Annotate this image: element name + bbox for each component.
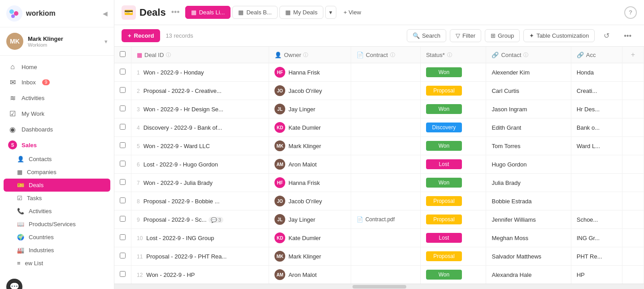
row-checkbox[interactable] xyxy=(120,161,126,166)
table-row[interactable]: 1Won - 2022-9 - HondayHFHanna FriskWonAl… xyxy=(114,63,644,82)
account-cell[interactable]: Schoe... xyxy=(571,210,622,229)
contract-info-icon[interactable]: ⓘ xyxy=(390,52,395,58)
table-row[interactable]: 12Won - 2022-9 - HPAMAron MalotWonAlexan… xyxy=(114,266,644,284)
th-add-col[interactable]: + xyxy=(622,47,644,63)
deal-id-cell[interactable]: 4Discovery - 2022-9 - Bank of... xyxy=(131,118,269,137)
contact-info-icon[interactable]: ⓘ xyxy=(523,52,528,58)
deal-id-info-icon[interactable]: ⓘ xyxy=(166,52,171,58)
account-cell[interactable]: Ward L... xyxy=(571,137,622,155)
contract-cell[interactable] xyxy=(351,266,420,284)
deal-id-cell[interactable]: 3Won - 2022-9 - Hr Design Se... xyxy=(131,100,269,118)
sidebar-item-countries[interactable]: 🌍 Countries xyxy=(0,231,114,244)
row-checkbox[interactable] xyxy=(120,179,126,185)
deal-id-cell[interactable]: 1Won - 2022-9 - Honday xyxy=(131,63,269,82)
owner-cell[interactable]: JLJay Linger xyxy=(269,210,351,229)
account-cell[interactable]: PHT Re... xyxy=(571,247,622,266)
account-cell[interactable]: Creati... xyxy=(571,82,622,100)
sidebar-item-my-work[interactable]: ☑ My Work xyxy=(0,106,114,122)
chat-bubble-button[interactable]: 💬 xyxy=(0,273,114,289)
owner-cell[interactable]: KDKate Dumler xyxy=(269,229,351,247)
contract-cell[interactable] xyxy=(351,229,420,247)
table-row[interactable]: 3Won - 2022-9 - Hr Design Se...JLJay Lin… xyxy=(114,100,644,118)
row-checkbox[interactable] xyxy=(120,142,126,148)
account-cell[interactable]: HP xyxy=(571,266,622,284)
owner-info-icon[interactable]: ⓘ xyxy=(303,52,308,58)
status-cell[interactable]: Lost xyxy=(420,155,486,174)
status-cell[interactable]: Proposal xyxy=(420,247,486,266)
owner-cell[interactable]: AMAron Malot xyxy=(269,266,351,284)
row-checkbox[interactable] xyxy=(120,87,126,93)
deal-id-cell[interactable]: 8Proposal - 2022-9 - Bobbie ... xyxy=(131,192,269,210)
contact-cell[interactable]: Salvador Matthews xyxy=(486,247,571,266)
table-row[interactable]: 4Discovery - 2022-9 - Bank of...KDKate D… xyxy=(114,118,644,137)
table-row[interactable]: 8Proposal - 2022-9 - Bobbie ...JOJacob O… xyxy=(114,192,644,210)
owner-cell[interactable]: KDKate Dumler xyxy=(269,118,351,137)
contract-cell[interactable] xyxy=(351,82,420,100)
status-cell[interactable]: Proposal xyxy=(420,192,486,210)
horizontal-scrollbar[interactable] xyxy=(114,284,644,289)
account-cell[interactable] xyxy=(571,192,622,210)
status-cell[interactable]: Won xyxy=(420,137,486,155)
status-cell[interactable]: Won xyxy=(420,63,486,82)
status-cell[interactable]: Won xyxy=(420,174,486,192)
account-cell[interactable] xyxy=(571,155,622,174)
account-cell[interactable]: ING Gr... xyxy=(571,229,622,247)
deal-id-cell[interactable]: 9Proposal - 2022-9 - Sc...💬 3 xyxy=(131,210,269,229)
record-button[interactable]: + Record xyxy=(122,29,160,42)
table-row[interactable]: 10Lost - 2022-9 - ING GroupKDKate Dumler… xyxy=(114,229,644,247)
add-view-button[interactable]: + View xyxy=(338,6,366,18)
toolbar-more-button[interactable]: ••• xyxy=(618,29,637,43)
refresh-button[interactable]: ↺ xyxy=(598,29,615,43)
owner-cell[interactable]: JOJacob O'riley xyxy=(269,82,351,100)
tab-my-deals[interactable]: ▦ My Deals xyxy=(279,6,323,19)
table-row[interactable]: 2Proposal - 2022-9 - Creative...JOJacob … xyxy=(114,82,644,100)
status-cell[interactable]: Proposal xyxy=(420,210,486,229)
page-more-button[interactable]: ••• xyxy=(171,8,180,17)
status-cell[interactable]: Lost xyxy=(420,229,486,247)
customize-button[interactable]: ✦ Table Customization xyxy=(523,29,595,42)
contact-cell[interactable]: Bobbie Estrada xyxy=(486,192,571,210)
filter-button[interactable]: ▽ Filter xyxy=(450,29,481,42)
contact-cell[interactable]: Meghan Moss xyxy=(486,229,571,247)
contract-cell[interactable] xyxy=(351,63,420,82)
contact-cell[interactable]: Julia Brady xyxy=(486,174,571,192)
table-row[interactable]: 7Won - 2022-9 - Julia BradyHFHanna Frisk… xyxy=(114,174,644,192)
tab-deals-b[interactable]: ▦ Deals B... xyxy=(232,6,277,19)
sidebar-item-tasks[interactable]: ☑ Tasks xyxy=(0,192,114,205)
account-cell[interactable] xyxy=(571,174,622,192)
contract-cell[interactable] xyxy=(351,247,420,266)
deal-id-cell[interactable]: 2Proposal - 2022-9 - Creative... xyxy=(131,82,269,100)
contact-cell[interactable]: Jennifer Williams xyxy=(486,210,571,229)
contract-cell[interactable]: 📄Contract.pdf xyxy=(351,210,420,229)
row-checkbox[interactable] xyxy=(120,197,126,203)
contact-cell[interactable]: Carl Curtis xyxy=(486,82,571,100)
deal-id-cell[interactable]: 12Won - 2022-9 - HP xyxy=(131,266,269,284)
row-checkbox[interactable] xyxy=(120,124,126,130)
row-checkbox[interactable] xyxy=(120,216,126,222)
table-row[interactable]: 9Proposal - 2022-9 - Sc...💬 3JLJay Linge… xyxy=(114,210,644,229)
owner-cell[interactable]: AMAron Malot xyxy=(269,155,351,174)
help-button[interactable]: ? xyxy=(624,6,637,19)
sidebar-item-companies[interactable]: ▦ Companies xyxy=(0,166,114,179)
tab-deals-list[interactable]: ▦ Deals Li... xyxy=(185,6,231,19)
contact-cell[interactable]: Jason Ingram xyxy=(486,100,571,118)
owner-cell[interactable]: JOJacob O'riley xyxy=(269,192,351,210)
row-checkbox[interactable] xyxy=(120,105,126,111)
contract-cell[interactable] xyxy=(351,155,420,174)
sidebar-item-products[interactable]: 📖 Products/Services xyxy=(0,218,114,231)
contact-cell[interactable]: Hugo Gordon xyxy=(486,155,571,174)
account-cell[interactable]: Bank o... xyxy=(571,118,622,137)
contract-cell[interactable] xyxy=(351,118,420,137)
sidebar-item-dashboards[interactable]: ◉ Dashboards xyxy=(0,122,114,137)
contact-cell[interactable]: Edith Grant xyxy=(486,118,571,137)
deal-id-cell[interactable]: 11Proposal - 2022-9 - PHT Rea... xyxy=(131,247,269,266)
table-row[interactable]: 6Lost - 2022-9 - Hugo GordonAMAron Malot… xyxy=(114,155,644,174)
account-cell[interactable]: Honda xyxy=(571,63,622,82)
user-menu-chevron[interactable]: ▾ xyxy=(104,38,108,45)
deal-id-cell[interactable]: 6Lost - 2022-9 - Hugo Gordon xyxy=(131,155,269,174)
table-row[interactable]: 5Won - 2022-9 - Ward LLCMKMark KlingerWo… xyxy=(114,137,644,155)
sidebar-item-contacts[interactable]: 👤 Contacts xyxy=(0,153,114,166)
search-button[interactable]: 🔍 Search xyxy=(407,29,446,42)
contract-cell[interactable] xyxy=(351,100,420,118)
sidebar-item-inbox[interactable]: ✉ Inbox 9 xyxy=(0,74,114,90)
